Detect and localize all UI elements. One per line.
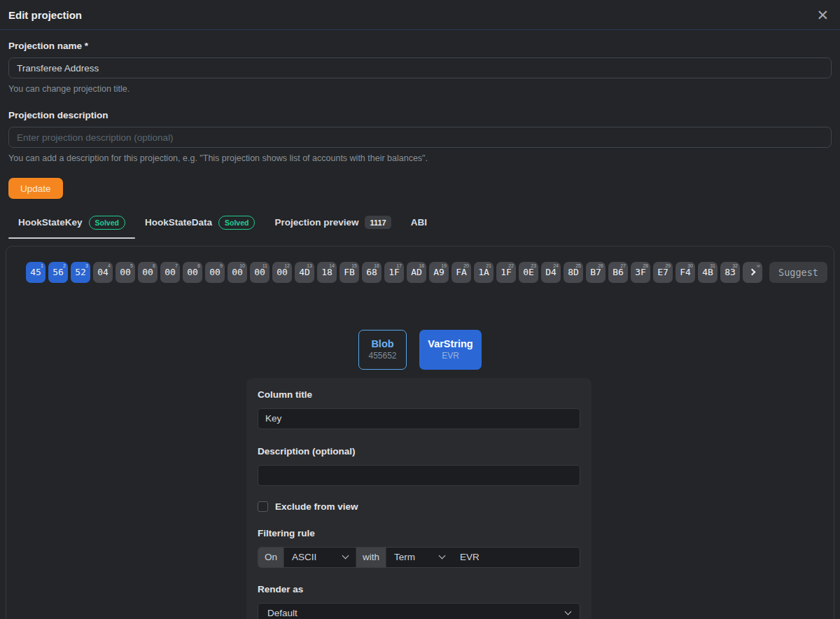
hex-byte-value: FA: [456, 267, 467, 277]
chevron-down-icon: [565, 608, 572, 615]
hex-byte-value: 04: [97, 267, 108, 277]
tab-hookstatedata[interactable]: HookStateDataSolved: [135, 212, 265, 239]
hex-byte-value: 00: [232, 267, 243, 277]
hex-byte-cell[interactable]: 007: [160, 262, 180, 283]
hex-byte-cell[interactable]: B726: [586, 262, 606, 283]
filter-encoding-select[interactable]: ASCII: [284, 548, 356, 567]
hex-byte-value: 00: [142, 267, 153, 277]
tab-projection-preview[interactable]: Projection preview1117: [265, 212, 400, 239]
hex-byte-cell[interactable]: 562: [48, 262, 68, 283]
tab-abi[interactable]: ABI: [401, 212, 437, 239]
type-card-blob[interactable]: Blob455652: [358, 330, 407, 370]
hex-byte-cell[interactable]: 1F22: [496, 262, 516, 283]
hex-byte-cell[interactable]: B627: [608, 262, 628, 283]
filter-term-input[interactable]: [452, 548, 580, 567]
type-card-title: Blob: [371, 338, 393, 349]
hex-byte-index: 11: [262, 263, 267, 268]
hex-byte-index: 16: [374, 263, 379, 268]
hex-byte-cell[interactable]: 044: [93, 262, 113, 283]
chevron-right-icon: [748, 269, 755, 276]
hex-byte-cell[interactable]: 6816: [362, 262, 382, 283]
column-title-input[interactable]: [258, 408, 580, 429]
hex-byte-cell[interactable]: 005: [115, 262, 135, 283]
projection-name-input[interactable]: [8, 57, 832, 78]
hex-byte-value: 00: [187, 267, 198, 277]
hex-byte-value: 00: [209, 267, 220, 277]
hex-byte-cell[interactable]: 1814: [317, 262, 337, 283]
hex-byte-index: 27: [620, 263, 626, 268]
chevron-down-icon: [439, 552, 446, 559]
hex-byte-index: 13: [307, 263, 312, 268]
hex-byte-cell[interactable]: FA20: [451, 262, 471, 283]
hex-byte-cell[interactable]: 0E23: [519, 262, 538, 283]
hex-byte-value: 18: [321, 267, 332, 277]
exclude-from-view-checkbox[interactable]: [258, 501, 268, 512]
render-as-select[interactable]: Default: [258, 603, 580, 619]
hex-byte-cell[interactable]: 4B31: [698, 262, 718, 283]
hex-byte-value: 00: [254, 267, 265, 277]
filter-with-label: with: [356, 548, 386, 567]
hex-byte-value: 00: [164, 267, 176, 277]
type-card-varstring[interactable]: VarStringEVR: [419, 330, 482, 370]
exclude-from-view-label: Exclude from view: [275, 501, 358, 512]
hex-byte-strip: 4515625230440050060070080090010001100124…: [26, 262, 834, 283]
type-cards: Blob455652VarStringEVR: [26, 330, 834, 370]
column-description-input[interactable]: [258, 465, 580, 486]
expand-bytes-button[interactable]: ∞: [743, 262, 762, 283]
hex-byte-cell[interactable]: 009: [205, 262, 225, 283]
hex-byte-cell[interactable]: 4D13: [295, 262, 314, 283]
hex-byte-value: D4: [545, 267, 556, 277]
solved-badge: Solved: [89, 216, 125, 230]
hex-byte-cell[interactable]: 0011: [250, 262, 270, 283]
hex-byte-index: 21: [486, 263, 491, 268]
filter-match-type-select[interactable]: Term: [386, 548, 452, 567]
close-icon[interactable]: ✕: [816, 8, 829, 22]
column-config-panel: Column title Description (optional) Excl…: [246, 378, 592, 619]
tab-content-panel: 4515625230440050060070080090010001100124…: [6, 246, 834, 619]
hex-byte-value: 68: [366, 267, 377, 277]
hex-byte-value: 1F: [500, 267, 512, 277]
hex-byte-cell[interactable]: 0012: [272, 262, 292, 283]
hex-byte-index: 12: [284, 263, 290, 268]
hex-byte-cell[interactable]: 451: [26, 262, 46, 283]
solved-badge: Solved: [218, 216, 255, 230]
hex-byte-cell[interactable]: 523: [71, 262, 90, 283]
tab-hookstatekey[interactable]: HookStateKeySolved: [8, 212, 135, 239]
hex-byte-cell[interactable]: A919: [429, 262, 449, 283]
hex-byte-value: 00: [120, 267, 131, 277]
projection-description-input[interactable]: [8, 127, 832, 148]
hex-byte-index: 28: [643, 263, 648, 268]
hex-byte-cell[interactable]: 0010: [227, 262, 247, 283]
hex-byte-value: 4B: [702, 267, 713, 277]
hex-byte-index: 31: [710, 263, 715, 268]
chevron-down-icon: [342, 552, 349, 559]
hex-byte-index: 8: [197, 263, 200, 268]
hex-byte-value: E7: [657, 267, 668, 277]
suggest-button[interactable]: Suggest: [769, 262, 827, 283]
hex-byte-value: 1A: [478, 267, 489, 277]
update-button[interactable]: Update: [8, 178, 63, 199]
filtering-rule-label: Filtering rule: [258, 528, 580, 538]
hex-byte-cell[interactable]: E729: [653, 262, 673, 283]
hex-byte-cell[interactable]: 008: [183, 262, 202, 283]
hex-byte-index: 1: [41, 263, 43, 268]
hex-byte-cell[interactable]: FB15: [340, 262, 359, 283]
hex-byte-index: 6: [153, 263, 155, 268]
hex-byte-cell[interactable]: D424: [541, 262, 561, 283]
hex-byte-value: B6: [612, 267, 624, 277]
filtering-rule-group: On ASCII with Term: [258, 547, 580, 568]
hex-byte-cell[interactable]: 8D25: [564, 262, 583, 283]
hex-byte-index: 3: [85, 263, 88, 268]
hex-byte-cell[interactable]: 8332: [720, 262, 740, 283]
hex-byte-index: 19: [441, 263, 447, 268]
hex-byte-index: 25: [575, 263, 581, 268]
tabs: HookStateKeySolvedHookStateDataSolvedPro…: [8, 212, 832, 239]
hex-byte-index: 29: [665, 263, 671, 268]
hex-byte-cell[interactable]: F430: [676, 262, 695, 283]
hex-byte-cell[interactable]: 3F28: [631, 262, 650, 283]
hex-byte-cell[interactable]: 1A21: [474, 262, 493, 283]
filter-encoding-value: ASCII: [292, 552, 316, 562]
hex-byte-cell[interactable]: 1F17: [384, 262, 404, 283]
hex-byte-cell[interactable]: 006: [138, 262, 158, 283]
hex-byte-cell[interactable]: AD18: [407, 262, 426, 283]
